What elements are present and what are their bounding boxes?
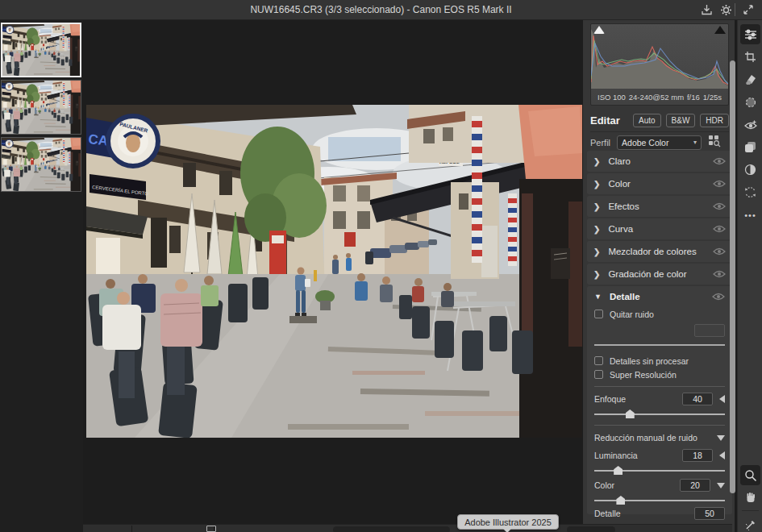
luminancia-value[interactable]: 18 [682, 449, 713, 462]
presets-tool-icon[interactable] [740, 137, 760, 157]
chevron-right-icon: ❯ [593, 247, 600, 256]
enfoque-disclosure-icon[interactable] [719, 395, 725, 403]
param-label: Color [594, 480, 614, 490]
enfoque-slider[interactable] [594, 409, 725, 420]
snapshots-tool-icon[interactable] [740, 160, 760, 180]
section-curva[interactable]: ❯ Curva [587, 218, 732, 239]
eye-icon[interactable] [713, 202, 726, 210]
filmstrip-toggle-icon[interactable] [206, 526, 216, 532]
super-resolucion-row[interactable]: Super Resolución [594, 368, 725, 381]
enfoque-value[interactable]: 40 [682, 393, 713, 405]
luminancia-slider-thumb[interactable] [614, 466, 623, 475]
checkbox-label: Detalles sin procesar [610, 356, 689, 366]
chevron-right-icon: ❯ [593, 202, 600, 211]
thumbnail-3[interactable] [1, 137, 81, 192]
enfoque-slider-thumb[interactable] [626, 409, 635, 418]
color-slider-thumb[interactable] [616, 496, 625, 505]
panel-scrollbar[interactable] [730, 60, 735, 493]
profile-select[interactable]: Adobe Color ▾ [617, 135, 702, 150]
edit-panel: ISO 100 24-240@52 mm f/16 1/25s Editar A… [583, 20, 735, 532]
chevron-down-icon: ▾ [693, 139, 697, 146]
chevron-down-icon: ▼ [594, 293, 602, 301]
dock-item[interactable] [567, 526, 615, 532]
bottom-bar-divider [131, 526, 132, 532]
checkbox-label: Quitar ruido [610, 310, 654, 319]
divider [594, 425, 725, 426]
quitar-ruido-amount-box [694, 324, 725, 337]
detalle-value[interactable]: 50 [694, 507, 725, 520]
crop-tool-icon[interactable] [740, 47, 760, 67]
detalle-header[interactable]: ▼ Detalle [594, 286, 725, 307]
filmstrip [0, 20, 83, 532]
bw-button[interactable]: B&W [666, 114, 696, 127]
dock-tooltip: Adobe Illustrator 2025 [457, 514, 559, 530]
section-label: Mezclador de colores [608, 247, 696, 256]
edit-tool-icon[interactable] [740, 24, 760, 44]
checkbox-label: Super Resolución [610, 370, 677, 380]
gear-icon[interactable] [718, 2, 734, 17]
more-tools-icon[interactable]: ••• [740, 205, 760, 225]
section-label: Gradación de color [608, 269, 686, 279]
color-value[interactable]: 20 [680, 479, 710, 492]
eye-icon[interactable] [712, 293, 725, 301]
reduccion-header[interactable]: Reducción manual de ruido [594, 430, 725, 445]
divider [594, 386, 725, 387]
section-efectos[interactable]: ❯ Efectos [587, 196, 732, 217]
versions-tool-icon[interactable] [740, 182, 760, 202]
dock-item[interactable] [333, 526, 450, 532]
quitar-ruido-row[interactable]: Quitar ruido [594, 307, 725, 321]
reduccion-disclosure-icon[interactable] [717, 435, 725, 441]
exif-info: ISO 100 24-240@52 mm f/16 1/25s [591, 89, 728, 105]
section-label: Color [608, 179, 630, 189]
dock-tooltip-text: Adobe Illustrator 2025 [464, 517, 552, 527]
eye-icon[interactable] [713, 157, 726, 165]
section-claro[interactable]: ❯ Claro [587, 151, 732, 172]
masking-tool-icon[interactable] [740, 92, 760, 112]
param-label: Enfoque [594, 394, 626, 404]
histogram[interactable]: ISO 100 24-240@52 mm f/16 1/25s [590, 23, 729, 106]
profile-row: Perfil Adobe Color ▾ [590, 131, 729, 152]
luminancia-row: Luminancia 18 [594, 448, 725, 463]
profile-browser-icon[interactable] [708, 135, 721, 151]
exif-shutter: 1/25s [703, 93, 722, 102]
quitar-ruido-checkbox[interactable] [594, 310, 603, 318]
color-row: Color 20 [594, 478, 725, 493]
chevron-right-icon: ❯ [593, 157, 600, 166]
param-label: Detalle [594, 509, 621, 518]
profile-label: Perfil [590, 138, 610, 148]
eye-icon[interactable] [713, 270, 726, 278]
luminancia-disclosure-icon[interactable] [719, 451, 725, 459]
expand-icon[interactable] [740, 2, 756, 17]
detalles-sin-procesar-row[interactable]: Detalles sin procesar [594, 354, 725, 368]
luminancia-slider[interactable] [594, 465, 725, 476]
section-color[interactable]: ❯ Color [587, 173, 732, 194]
eye-icon[interactable] [713, 225, 726, 233]
section-gradacion[interactable]: ❯ Gradación de color [587, 264, 732, 285]
zoom-tool-icon[interactable] [740, 465, 760, 485]
eye-icon[interactable] [713, 180, 726, 188]
main-photo[interactable] [86, 105, 582, 438]
hdr-button[interactable]: HDR [700, 114, 729, 127]
detalles-sin-procesar-checkbox[interactable] [594, 356, 603, 365]
image-canvas [83, 20, 583, 532]
section-mezclador[interactable]: ❯ Mezclador de colores [587, 241, 732, 262]
hand-tool-icon[interactable] [740, 488, 760, 508]
color-disclosure-icon[interactable] [717, 483, 725, 488]
thumbnail-1[interactable] [1, 23, 81, 77]
param-label: Luminancia [594, 451, 638, 460]
thumbnail-2[interactable] [1, 80, 81, 135]
color-slider[interactable] [594, 495, 725, 506]
section-label: Detalle [610, 292, 640, 301]
toolbar-divider [742, 510, 759, 511]
quitar-ruido-slider [594, 339, 725, 351]
heal-tool-icon[interactable] [740, 69, 760, 89]
dock-tooltip-pointer [503, 529, 511, 532]
super-resolucion-checkbox[interactable] [594, 370, 603, 379]
eye-icon[interactable] [713, 247, 726, 256]
titlebar: NUW16645.CR3 (3/3 seleccionado) - Canon … [0, 0, 762, 20]
auto-button[interactable]: Auto [633, 114, 661, 127]
histogram-curves [591, 26, 728, 89]
red-eye-tool-icon[interactable] [740, 114, 760, 135]
save-icon[interactable] [698, 2, 714, 17]
white-balance-tool-icon[interactable] [740, 515, 760, 532]
